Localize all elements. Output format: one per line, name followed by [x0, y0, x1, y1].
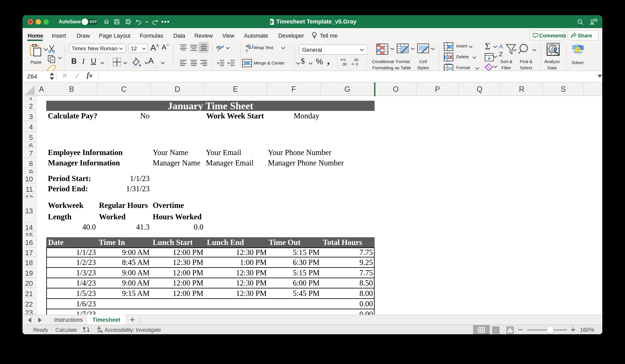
svg-text:.00: .00	[353, 58, 358, 62]
svg-text:.00: .00	[342, 62, 347, 66]
svg-text:0: 0	[356, 62, 358, 66]
svg-text:0: 0	[344, 58, 346, 62]
svg-text:Z: Z	[499, 51, 503, 57]
svg-text:c: c	[246, 48, 248, 53]
svg-text:A: A	[499, 43, 503, 50]
svg-text:X: X	[270, 21, 272, 24]
